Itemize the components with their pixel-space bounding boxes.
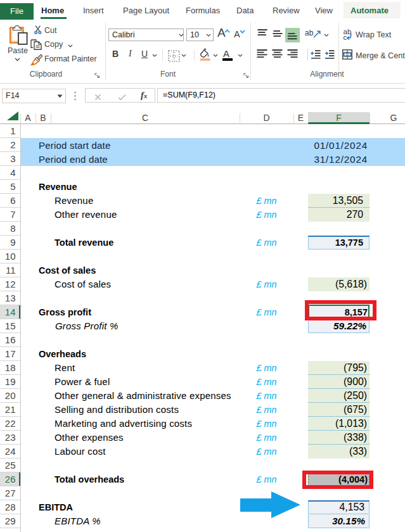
svg-text:c: c [344, 34, 347, 41]
